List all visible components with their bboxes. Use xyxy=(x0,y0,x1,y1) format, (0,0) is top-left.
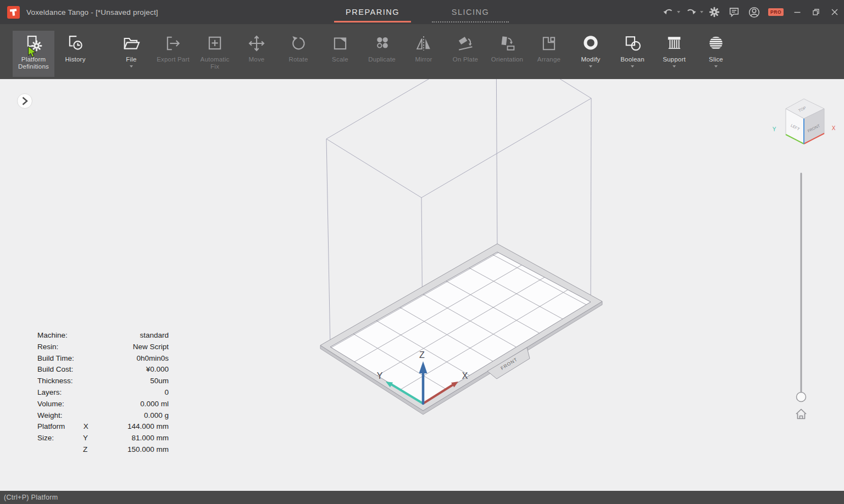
toolbar-rotate[interactable]: Rotate xyxy=(277,31,319,77)
status-hint: (Ctrl+P) Platform xyxy=(4,494,58,501)
axis-y-label: Y xyxy=(377,371,383,380)
export-part-icon xyxy=(163,33,183,53)
on-plate-icon xyxy=(456,33,475,53)
automatic-fix-icon xyxy=(205,33,225,53)
info-row-volume: Volume:0.000 ml xyxy=(37,399,169,410)
window-title: Voxeldance Tango - [*Unsaved project] xyxy=(26,8,158,16)
close-button[interactable] xyxy=(825,0,844,24)
mirror-icon xyxy=(414,33,434,53)
zoom-slider-knob[interactable] xyxy=(797,393,806,402)
history-icon xyxy=(65,33,85,53)
move-icon xyxy=(247,33,266,53)
redo-dropdown-caret[interactable] xyxy=(700,11,703,13)
toolbar-export-part[interactable]: Export Part xyxy=(152,31,194,77)
tab-slicing-underline xyxy=(432,21,509,23)
toolbar-slice[interactable]: Slice xyxy=(695,31,737,77)
build-info-panel: Machine:standard Resin:New Script Build … xyxy=(37,330,169,456)
undo-button[interactable] xyxy=(661,5,675,19)
duplicate-icon xyxy=(372,33,392,53)
maximize-restore-button[interactable] xyxy=(807,0,825,24)
support-icon xyxy=(664,33,684,53)
titlebar-controls: PRO xyxy=(658,0,844,24)
file-icon xyxy=(121,33,141,53)
info-row-platform-size-y: Y81.000 mm xyxy=(37,433,169,444)
viewport: FRONT Z X Y xyxy=(0,79,844,491)
home-view-button[interactable] xyxy=(796,410,806,419)
orientation-icon xyxy=(497,33,517,53)
modify-icon xyxy=(581,33,601,53)
account-icon[interactable] xyxy=(747,5,761,19)
toolbar-modify[interactable]: Modify xyxy=(570,31,612,77)
info-row-platform-size-z: Z150.000 mm xyxy=(37,444,169,456)
toolbar-scale[interactable]: Scale xyxy=(319,31,361,77)
view-cube-x-label: X xyxy=(832,125,836,131)
toolbar-boolean[interactable]: Boolean xyxy=(612,31,653,77)
info-row-platform-size-x: Platform Size:X144.000 mm xyxy=(37,421,169,433)
statusbar: (Ctrl+P) Platform xyxy=(0,491,844,504)
toolbar-mirror[interactable]: Mirror xyxy=(403,31,445,77)
info-row-machine: Machine:standard xyxy=(37,330,169,341)
info-row-layers: Layers:0 xyxy=(37,387,169,399)
info-row-build-time: Build Time:0h0min0s xyxy=(37,353,169,365)
toolbar-history[interactable]: History xyxy=(54,31,96,77)
axis-x-label: X xyxy=(462,371,468,380)
view-cube[interactable]: TOP LEFT FRONT Y X xyxy=(773,99,836,144)
slice-icon xyxy=(706,33,726,53)
rotate-icon xyxy=(288,33,308,53)
toolbar-automatic-fix[interactable]: Automatic Fix xyxy=(194,31,236,77)
modify-dropdown-caret xyxy=(589,65,592,68)
app-logo-icon xyxy=(7,6,20,19)
tab-slicing[interactable]: SLICING xyxy=(429,0,512,24)
file-dropdown-caret xyxy=(130,65,133,68)
tab-preparing[interactable]: PREPARING xyxy=(331,0,414,24)
feedback-bubble-icon[interactable] xyxy=(727,5,741,19)
expand-panel-button[interactable] xyxy=(18,94,32,109)
support-dropdown-caret xyxy=(673,65,676,68)
build-platform: FRONT xyxy=(320,244,602,415)
boolean-icon xyxy=(623,33,642,53)
toolbar-support[interactable]: Support xyxy=(653,31,695,77)
pro-badge: PRO xyxy=(768,8,784,16)
toolbar-platform-definitions[interactable]: Platform Definitions xyxy=(13,31,54,77)
toolbar-duplicate[interactable]: Duplicate xyxy=(361,31,403,77)
info-row-thickness: Thickness:50um xyxy=(37,376,169,387)
tab-preparing-underline xyxy=(334,21,411,23)
minimize-button[interactable] xyxy=(788,0,807,24)
toolbar-move[interactable]: Move xyxy=(236,31,277,77)
undo-dropdown-caret[interactable] xyxy=(677,11,680,13)
arrange-icon xyxy=(539,33,559,53)
toolbar-arrange[interactable]: Arrange xyxy=(528,31,570,77)
toolbar-on-plate[interactable]: On Plate xyxy=(445,31,486,77)
boolean-dropdown-caret xyxy=(631,65,634,68)
scale-icon xyxy=(330,33,350,53)
redo-button[interactable] xyxy=(684,5,698,19)
axis-z-label: Z xyxy=(419,350,425,360)
settings-gear-icon[interactable] xyxy=(707,5,721,19)
home-icon xyxy=(796,410,806,415)
platform-definitions-icon xyxy=(24,33,43,53)
info-row-resin: Resin:New Script xyxy=(37,341,169,353)
info-row-build-cost: Build Cost:¥0.000 xyxy=(37,364,169,376)
titlebar: Voxeldance Tango - [*Unsaved project] PR… xyxy=(0,0,844,24)
info-row-weight: Weight:0.000 g xyxy=(37,410,169,422)
toolbar: Platform Definitions History File Export… xyxy=(0,24,844,79)
toolbar-file[interactable]: File xyxy=(110,31,152,77)
zoom-slider[interactable] xyxy=(797,173,806,402)
mode-tabs: PREPARING SLICING xyxy=(331,0,512,24)
slice-dropdown-caret xyxy=(714,65,718,68)
view-cube-y-label: Y xyxy=(773,126,776,132)
toolbar-orientation[interactable]: Orientation xyxy=(486,31,528,77)
